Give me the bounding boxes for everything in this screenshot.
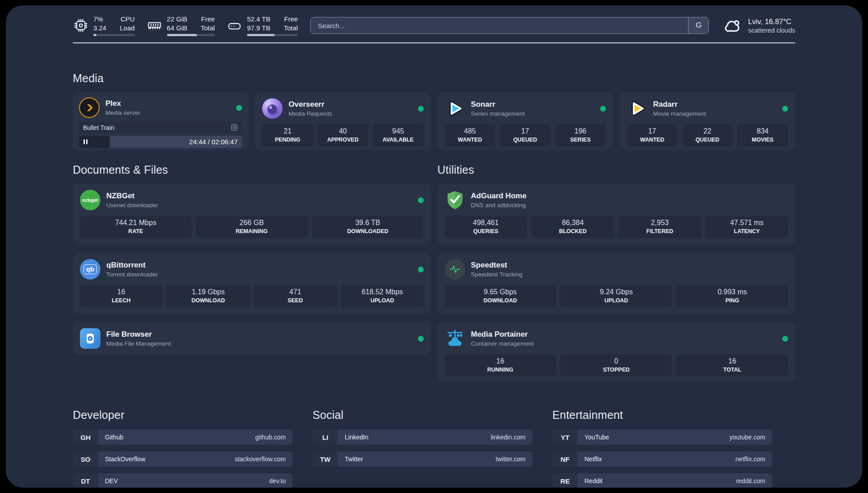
stat-label: QUEUED — [684, 137, 731, 143]
stat-value: 17 — [629, 127, 676, 135]
app-card-sonarr[interactable]: Sonarr Series management 485 WANTED 17 Q… — [438, 92, 613, 150]
stat-box: 47.571 ms LATENCY — [705, 216, 788, 238]
link-abbr-badge: SO — [73, 451, 98, 467]
stat-value: 39.6 TB — [314, 219, 422, 227]
search-input[interactable] — [310, 17, 709, 34]
stat-box: 266 GB REMAINING — [196, 216, 308, 238]
stat-box: 16 LEECH — [80, 285, 163, 307]
section-entertainment: Entertainment YT YouTube youtube.com NF … — [552, 409, 772, 488]
link-body: YouTube youtube.com — [578, 430, 772, 445]
stat-label: DOWNLOAD — [169, 297, 248, 304]
link-netflix[interactable]: NF Netflix netflix.com — [552, 451, 772, 467]
memory-total: 64 GiB — [167, 24, 188, 33]
link-url: twitter.com — [496, 455, 526, 463]
cpu-percent: 7% — [93, 15, 106, 24]
app-subtitle: Media File Management — [106, 340, 412, 347]
stat-box: 485 WANTED — [445, 124, 496, 146]
stat-value: 266 GB — [198, 219, 306, 227]
app-card-qbittorrent[interactable]: qb qBittorrent Torrent downloader 16 LEE… — [73, 253, 431, 313]
link-twitter[interactable]: TW Twitter twitter.com — [313, 451, 532, 467]
pause-icon[interactable] — [83, 139, 88, 144]
playback-progress-bar[interactable]: 24:44 / 02:06:47 — [79, 136, 242, 148]
app-title: Radarr — [653, 100, 776, 109]
link-name: LinkedIn — [345, 434, 368, 441]
link-url: stackoverflow.com — [235, 455, 286, 463]
link-name: Reddit — [584, 477, 602, 485]
playback-time: 24:44 / 02:06:47 — [189, 136, 238, 148]
stat-label: WANTED — [629, 137, 676, 143]
app-card-filebrowser[interactable]: File Browser Media File Management — [73, 322, 431, 355]
speedtest-pulse-icon — [445, 259, 465, 280]
dashboard-panel: 7% 3.24 CPU Load — [6, 5, 862, 488]
stat-label: SEED — [256, 297, 335, 304]
app-subtitle: DNS and adblocking — [471, 202, 789, 209]
link-name: Github — [105, 434, 123, 441]
app-title: qBittorrent — [106, 261, 412, 270]
link-body: StackOverflow stackoverflow.com — [98, 451, 292, 467]
link-github[interactable]: GH Github github.com — [73, 430, 292, 445]
stat-box: 16 RUNNING — [445, 354, 556, 376]
stat-label: REMAINING — [198, 228, 306, 234]
app-title: Media Portainer — [471, 330, 777, 339]
app-subtitle: Series management — [471, 110, 594, 117]
stat-value: 16 — [678, 357, 786, 365]
link-abbr-badge: TW — [313, 451, 338, 467]
stat-value: 2,953 — [620, 219, 699, 227]
cpu-load-label: Load — [120, 24, 134, 33]
link-body: Twitter twitter.com — [338, 451, 532, 467]
link-url: dev.to — [269, 477, 286, 485]
stat-value: 0 — [562, 357, 670, 365]
stat-value: 16 — [447, 357, 555, 365]
link-linkedin[interactable]: LI LinkedIn linkedin.com — [313, 430, 532, 445]
memory-readout: 22 GiB 64 GiB Free Total — [167, 15, 215, 37]
stat-label: LATENCY — [707, 228, 786, 234]
link-name: Netflix — [584, 455, 602, 463]
storage-total: 97.9 TB — [247, 24, 270, 33]
stat-value: 17 — [501, 127, 549, 135]
link-stackoverflow[interactable]: SO StackOverflow stackoverflow.com — [73, 451, 292, 467]
section-title-utilities: Utilities — [438, 163, 796, 176]
app-card-speedtest[interactable]: Speedtest Speedtest Tracking 9.65 Gbps D… — [438, 253, 796, 313]
weather-text: Lviv, 16.87°C scattered clouds — [748, 17, 795, 34]
section-utilities: Utilities AdGuard Home — [438, 163, 796, 383]
ram-icon — [146, 17, 163, 33]
status-dot — [236, 105, 242, 111]
app-card-adguard[interactable]: AdGuard Home DNS and adblocking 498,461 … — [438, 184, 796, 244]
app-card-plex[interactable]: Plex Media server Bullet Train — [73, 92, 248, 150]
stat-box: 17 QUEUED — [500, 124, 551, 146]
stat-box: 618.52 Mbps UPLOAD — [341, 285, 424, 307]
stat-box: 9.65 Gbps DOWNLOAD — [445, 285, 556, 307]
app-card-overseerr[interactable]: Overseerr Media Requests 21 PENDING 40 A… — [255, 92, 430, 150]
now-playing-row[interactable]: Bullet Train — [79, 121, 242, 134]
section-social: Social LI LinkedIn linkedin.com TW Twitt… — [313, 409, 532, 488]
app-subtitle: Usenet downloader — [106, 202, 412, 209]
status-dot — [782, 106, 788, 112]
app-card-radarr[interactable]: Radarr Movie management 17 WANTED 22 QUE… — [620, 92, 795, 150]
app-card-portainer[interactable]: Media Portainer Container management 16 … — [438, 322, 796, 383]
app-subtitle: Movie management — [653, 110, 776, 117]
nzbget-icon: nzbget — [80, 190, 100, 210]
section-title-documents: Documents & Files — [73, 163, 431, 176]
app-title: Speedtest — [471, 261, 789, 270]
stat-label: UPLOAD — [562, 297, 670, 304]
stat-box: 196 SERIES — [555, 124, 606, 146]
storage-total-label: Total — [284, 24, 298, 33]
status-dot — [418, 336, 424, 342]
stat-label: TOTAL — [678, 367, 786, 373]
cpu-readout: 7% 3.24 CPU Load — [93, 15, 135, 37]
stat-box: 9.24 Gbps UPLOAD — [560, 285, 672, 307]
app-card-nzbget[interactable]: nzbget NZBGet Usenet downloader 744.21 M… — [73, 184, 431, 244]
link-youtube[interactable]: YT YouTube youtube.com — [552, 430, 772, 445]
stat-value: 9.65 Gbps — [447, 288, 555, 296]
link-url: linkedin.com — [491, 434, 526, 441]
sonarr-icon — [445, 98, 465, 119]
stat-box: 21 PENDING — [262, 124, 313, 146]
search-engine-button[interactable]: G — [688, 17, 709, 33]
stat-label: QUEUED — [501, 137, 549, 143]
weather-condition: scattered clouds — [748, 27, 795, 34]
stat-value: 40 — [319, 127, 367, 135]
link-reddit[interactable]: RE Reddit reddit.com — [552, 473, 772, 488]
stat-value: 86,384 — [533, 219, 612, 227]
search-widget: G — [310, 17, 709, 34]
link-dev-to[interactable]: DT DEV dev.to — [73, 473, 292, 488]
